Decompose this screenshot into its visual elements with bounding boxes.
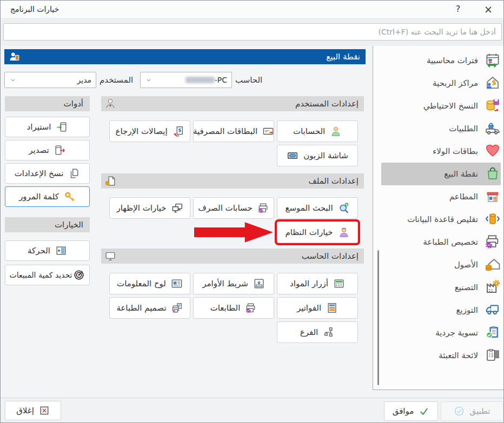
- credit-card-icon: [262, 125, 274, 137]
- section-header-computer-settings: إعدادات الحاسب: [101, 249, 364, 264]
- redacted-computer-name: [185, 77, 215, 83]
- help-button[interactable]: ?: [446, 1, 470, 18]
- window-arrow-in-icon: [56, 121, 68, 133]
- section-title: إعدادات المستخدم: [295, 99, 359, 109]
- copy-docs-icon: [68, 167, 80, 179]
- chevron-down-icon: [9, 76, 17, 84]
- factory-gear-icon: [483, 279, 501, 296]
- command-bar-button[interactable]: شريط الأوامر: [193, 273, 274, 294]
- computer-value: -PC: [185, 76, 227, 84]
- sidebar-item-2[interactable]: النسخ الاحتياطي: [381, 95, 501, 117]
- keypad-icon: [333, 278, 345, 290]
- chevron-down-icon: [145, 76, 152, 84]
- section-title: أدوات: [64, 99, 83, 109]
- heart-icon: [483, 143, 501, 160]
- printers-button[interactable]: الطابعات: [193, 297, 274, 319]
- org-tree-icon: [323, 326, 335, 338]
- document-database-icon: [104, 175, 116, 187]
- exchange-accounts-button[interactable]: حسابات الصرف: [193, 197, 274, 219]
- house-coins-icon: [483, 256, 501, 273]
- sidebar-item-8[interactable]: تخصيص الطباعة: [381, 231, 501, 253]
- options-buttons: الحركة تحديد كمية المبيعات: [5, 240, 90, 285]
- copy-settings-button[interactable]: نسخ الإعدادات: [5, 163, 90, 184]
- sidebar-item-7[interactable]: تقليص قاعدة البيانات: [381, 208, 501, 231]
- user-select[interactable]: مدير: [4, 72, 96, 88]
- close-window-button[interactable]: ×: [476, 1, 500, 18]
- file-settings-grid: البحث الموسع حسابات الصرف خيارات الإظهار…: [101, 197, 364, 243]
- password-button[interactable]: كلمة المرور: [5, 186, 90, 207]
- material-buttons-button[interactable]: أزرار المواد: [277, 273, 358, 294]
- user-value: مدير: [77, 76, 91, 84]
- sidebar-item-1[interactable]: $ مراكز الربحية: [381, 72, 501, 95]
- dual-monitor-icon: [171, 202, 183, 214]
- check-circle-icon: [454, 406, 465, 417]
- info-board-button[interactable]: لوح المعلومات: [109, 273, 190, 294]
- search-input[interactable]: [3, 23, 502, 41]
- section-header-file-settings: إعدادات الملف: [101, 173, 364, 189]
- sidebar-item-0[interactable]: فترات محاسبية: [381, 49, 501, 72]
- check-green-icon: [419, 406, 429, 417]
- apply-button[interactable]: تطبيق: [441, 401, 503, 421]
- titlebar: خيارات البرنامج ? ×: [1, 1, 503, 18]
- branch-button[interactable]: الفرع: [277, 321, 358, 343]
- section-header-options: الخيارات: [5, 217, 90, 232]
- sidebar-item-3[interactable]: الطلبيات: [381, 117, 501, 140]
- section-title: الخيارات: [55, 220, 83, 230]
- user-label: المستخدم: [100, 75, 133, 85]
- display-options-button[interactable]: خيارات الإظهار: [109, 197, 190, 219]
- sidebar-item-11[interactable]: التوزيع: [381, 299, 501, 321]
- computer-field-group: الحاسب -PC: [140, 72, 262, 88]
- svg-text:$: $: [492, 78, 496, 86]
- print-design-button[interactable]: تصميم الطباعة: [109, 297, 190, 319]
- accounts-button[interactable]: الحسابات: [277, 120, 358, 142]
- shopping-bag-icon: [483, 165, 501, 183]
- red-arrow-annotation: [193, 221, 274, 243]
- db-floppy-icon: [483, 97, 501, 115]
- sidebar-item-10[interactable]: التصنيع: [381, 276, 501, 299]
- categories-list: فترات محاسبية $ مراكز الربحية النسخ الاح…: [373, 49, 504, 367]
- printer-gear-icon: [257, 202, 269, 214]
- import-button[interactable]: استيراد: [5, 117, 90, 137]
- sidebar-item-9[interactable]: الأصول: [381, 253, 501, 276]
- monitor-icon: [104, 250, 116, 262]
- computer-select[interactable]: -PC: [140, 72, 232, 88]
- invoice-icon: [326, 302, 338, 314]
- calendar-sync-icon: [483, 52, 501, 69]
- settings-content: إعدادات المستخدم الحسابات البطاقات المصر…: [101, 96, 364, 343]
- close-button[interactable]: إغلاق: [5, 401, 61, 420]
- sidebar-item-5[interactable]: نقطة البيع: [381, 163, 501, 185]
- sidebar-item-4[interactable]: بطاقات الولاء: [381, 140, 501, 163]
- printer-page-icon: [171, 302, 183, 314]
- panel-arrow-left-icon: [55, 245, 67, 257]
- db-shrink-icon: [483, 211, 501, 228]
- person-green-icon: [330, 125, 342, 137]
- sidebar-item-13[interactable]: لائحة التعبئة: [381, 344, 501, 367]
- sales-quantity-button[interactable]: تحديد كمية المبيعات: [5, 265, 90, 285]
- truck-blue-icon: [483, 301, 501, 319]
- section-header-user-settings: إعدادات المستخدم: [101, 96, 364, 111]
- movement-button[interactable]: الحركة: [5, 240, 90, 261]
- bank-cards-button[interactable]: البطاقات المصرفية: [193, 120, 274, 142]
- svg-text:$: $: [178, 127, 181, 133]
- box-x-icon: [39, 405, 50, 416]
- panel-header: نقطة البيع: [4, 49, 366, 64]
- user-field-group: المستخدم مدير: [4, 72, 133, 88]
- system-options-button[interactable]: خيارات النظام: [277, 221, 358, 243]
- computer-settings-grid: أزرار المواد شريط الأوامر لوح المعلومات …: [101, 273, 364, 343]
- sidebar-item-12[interactable]: تسوية جردية: [381, 321, 501, 344]
- sidebar-scrollbar[interactable]: [377, 250, 379, 385]
- return-receipts-button[interactable]: $ إيصالات الإرجاع: [109, 120, 190, 142]
- export-button[interactable]: تصدير: [5, 140, 90, 160]
- sidebar-item-6[interactable]: المطاعم: [381, 185, 501, 208]
- customer-screen-button[interactable]: شاشة الزبون: [277, 145, 358, 166]
- window-title: خيارات البرنامج: [10, 1, 59, 18]
- invoices-button[interactable]: الفواتير: [277, 297, 358, 319]
- panel-title: نقطة البيع: [326, 52, 360, 62]
- person-tie-icon: [104, 98, 116, 110]
- red-arrow-icon: [194, 220, 274, 244]
- program-options-dialog: خيارات البرنامج ? × نقطة البيع الحاسب -P…: [0, 0, 504, 423]
- search-plus-icon: [338, 202, 350, 214]
- extended-search-button[interactable]: البحث الموسع: [277, 197, 358, 219]
- panel-blocks-icon: [171, 278, 183, 290]
- ok-button[interactable]: موافق: [384, 401, 438, 421]
